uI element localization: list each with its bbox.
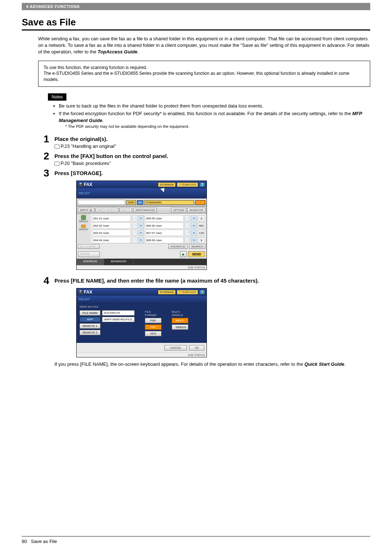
user-cell[interactable]: 003 03 User xyxy=(92,230,131,236)
screenshot-save-as-file: 📠 FAX STORAGE ☆TEMPLATE ? READY SAVE AS … xyxy=(76,288,207,357)
size-badge: A4 xyxy=(137,200,143,205)
number-field[interactable] xyxy=(78,200,125,205)
step-3: 3 Press [STORAGE]. 📠 FAX STORAGE ☆TEMPLA… xyxy=(44,168,370,274)
remote1-button[interactable]: REMOTE 1 xyxy=(79,323,101,329)
step-4: 4 Press [FILE NAME], and then enter the … xyxy=(44,276,370,368)
user-cell[interactable]: 004 04 User xyxy=(92,237,131,243)
fax-icon: 📠 xyxy=(78,183,82,187)
send-button[interactable]: SEND xyxy=(188,251,205,257)
single-option[interactable]: SINGLE xyxy=(172,324,188,330)
scroll-down[interactable]: ∨ xyxy=(197,237,205,243)
allclear-button[interactable]: ALL CLEAR xyxy=(78,244,99,249)
multisingle-label: MULTI /SINGLE xyxy=(172,310,188,317)
jobstatus-button[interactable]: JOB STATUS xyxy=(77,353,207,357)
user-cell[interactable]: 008 08 User xyxy=(145,237,184,243)
multi-button[interactable]: MULTI xyxy=(119,208,132,212)
jobstatus-button[interactable]: JOB STATUS xyxy=(77,265,207,270)
step4-note: If you press [FILE NAME], the on-screen … xyxy=(54,361,370,368)
multi-option[interactable]: MULTI xyxy=(172,318,188,323)
fax-icon: 📠 xyxy=(78,290,82,294)
user-grid: 001 01 User📄✉ 005 05 User📄✉ ∧ 002 02 Use… xyxy=(90,214,207,243)
user-cell[interactable]: 007 07 User xyxy=(145,230,184,236)
info-box: To use this function, the scanning funct… xyxy=(38,61,370,87)
chapter-label: 4 ADVANCED FUNCTIONS xyxy=(26,4,80,9)
book-icon xyxy=(54,162,60,166)
ok-button[interactable]: OK xyxy=(189,345,204,351)
storage-button[interactable]: STORAGE xyxy=(158,182,176,187)
xps-option[interactable]: XPS xyxy=(145,331,162,336)
note-footnote: * The PDF security may not be available … xyxy=(65,124,370,130)
remote2-button[interactable]: REMOTE 2 xyxy=(79,330,101,335)
tab-advanced[interactable]: ADVANCED xyxy=(104,259,134,265)
destination-button[interactable]: DESTINATION xyxy=(133,208,157,212)
pdf-option[interactable]: PDF xyxy=(145,318,162,323)
page-footer: 80 Save as File xyxy=(22,536,370,544)
ss-titlebar: 📠 FAX STORAGE ☆TEMPLATE ? xyxy=(77,181,207,188)
user-cell[interactable]: 001 01 User xyxy=(92,215,131,222)
step-2: 2 Press the [FAX] button on the control … xyxy=(44,151,370,166)
screenshot-fax-main: 📠 FAX STORAGE ☆TEMPLATE ? READY 0000 A4 … xyxy=(76,181,207,270)
title-underline xyxy=(22,29,370,31)
help-button[interactable]: ? xyxy=(199,290,205,295)
input-button[interactable]: INPUT @ xyxy=(78,208,94,212)
page-title: Save as File xyxy=(22,17,370,28)
filename-field[interactable]: DOC090715 xyxy=(102,310,135,316)
ss-titlebar: 📠 FAX STORAGE ☆TEMPLATE ? xyxy=(77,288,207,296)
backspace-button[interactable]: BACK SPACE xyxy=(95,208,118,212)
fileformat-label: FILE FORMAT xyxy=(145,310,162,317)
user-cell[interactable]: 002 02 User xyxy=(92,222,131,229)
help-button[interactable]: ? xyxy=(199,182,205,187)
mfp-field[interactable]: \\MFP-06887401\FILE_ xyxy=(102,317,135,322)
filename-button[interactable]: FILE NAME xyxy=(79,310,101,316)
template-button[interactable]: ☆TEMPLATE xyxy=(177,182,198,187)
standard-badge: STANDARD xyxy=(144,200,194,205)
page-number: 80 xyxy=(22,539,27,544)
notes-label: Notes xyxy=(48,93,66,101)
note-item: If the forced encryption function for PD… xyxy=(59,110,370,130)
line-badge: L1 L2 xyxy=(195,200,205,205)
option-button[interactable]: OPTION xyxy=(171,208,187,212)
single-icon[interactable] xyxy=(81,215,86,220)
intro-paragraph: While sending a fax, you can save the fa… xyxy=(38,36,370,56)
step-1: 1 Place the original(s). P.23 "Handling … xyxy=(44,134,370,149)
storage-button[interactable]: STORAGE xyxy=(158,290,176,295)
ref-quickstart: Quick Start Guide xyxy=(305,361,344,367)
knownid-button[interactable]: KNOWN ID xyxy=(168,244,188,249)
side-tabs: SINGLE GROUP xyxy=(77,214,90,243)
pause-button[interactable]: PAUSE xyxy=(78,251,100,257)
book-icon xyxy=(54,145,60,149)
search-button[interactable]: SEARCH xyxy=(189,244,205,249)
notes-list: Be sure to back up the files in the shar… xyxy=(54,103,370,130)
tab-address[interactable]: ADDRESS xyxy=(77,259,104,265)
back-icon[interactable]: ◆ xyxy=(180,251,187,257)
ref-topaccess: TopAccess Guide xyxy=(98,49,137,54)
template-button[interactable]: ☆TEMPLATE xyxy=(177,290,198,295)
user-cell[interactable]: 006 06 User xyxy=(145,222,184,229)
chapter-header: 4 ADVANCED FUNCTIONS xyxy=(22,3,370,10)
notes-section: Notes Be sure to back up the files in th… xyxy=(22,93,370,130)
mfp-button[interactable]: MFP xyxy=(79,317,101,322)
status-ready: READY xyxy=(77,188,207,198)
monitor-button[interactable]: MONITOR xyxy=(187,208,205,212)
status-ready: READY xyxy=(77,296,207,303)
counter-badge: 0000 xyxy=(126,200,136,205)
note-item: Be sure to back up the files in the shar… xyxy=(59,103,370,110)
scroll-up[interactable]: ∧ xyxy=(197,215,205,222)
footer-title: Save as File xyxy=(31,539,57,544)
tiff-option[interactable]: TIFF xyxy=(145,324,162,330)
user-cell[interactable]: 005 05 User xyxy=(145,215,184,222)
cancel-button[interactable]: CANCEL xyxy=(164,345,187,351)
saf-title: SAVE AS FILE xyxy=(79,305,204,308)
group-icon[interactable] xyxy=(81,224,86,228)
